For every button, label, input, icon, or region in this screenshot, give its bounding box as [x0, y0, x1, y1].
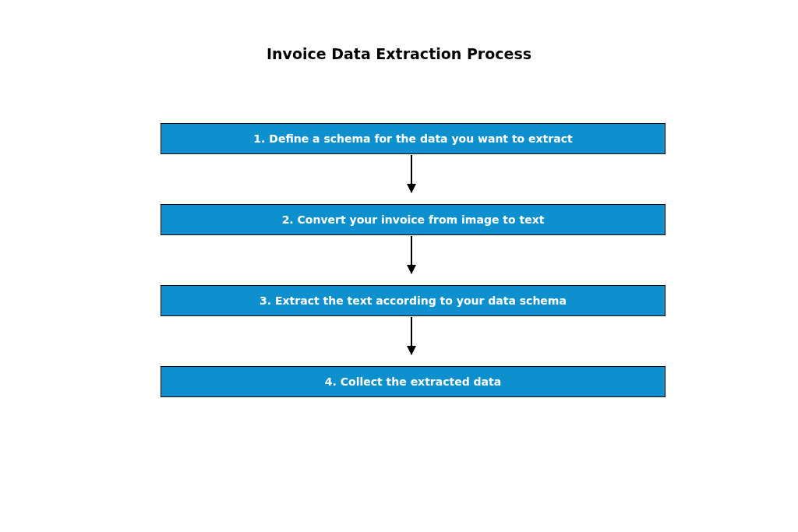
flow-node-step4: 4. Collect the extracted data — [161, 366, 666, 397]
flow-node-label: 4. Collect the extracted data — [325, 375, 501, 388]
flow-arrow-icon — [411, 236, 412, 273]
flow-arrow-icon — [411, 317, 412, 354]
flow-node-step1: 1. Define a schema for the data you want… — [161, 123, 666, 154]
diagram-title: Invoice Data Extraction Process — [0, 45, 798, 62]
flow-node-label: 1. Define a schema for the data you want… — [253, 132, 572, 145]
flow-node-label: 2. Convert your invoice from image to te… — [282, 213, 545, 226]
flow-arrow-icon — [411, 155, 412, 192]
flow-node-step2: 2. Convert your invoice from image to te… — [161, 204, 666, 235]
flow-node-step3: 3. Extract the text according to your da… — [161, 285, 666, 316]
diagram-canvas: Invoice Data Extraction Process 1. Defin… — [0, 0, 798, 532]
flow-node-label: 3. Extract the text according to your da… — [260, 294, 567, 307]
